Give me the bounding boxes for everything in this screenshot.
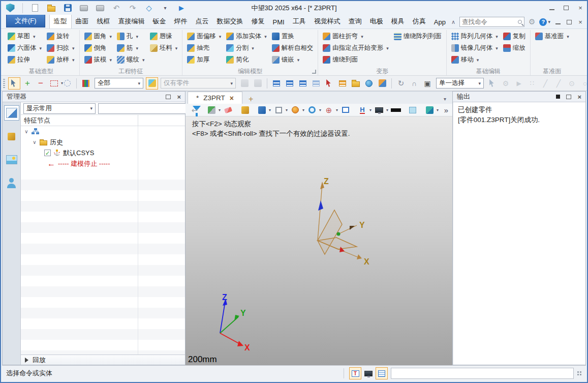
checkbox-checked[interactable]: ✓: [44, 150, 51, 156]
dropdown-arrow-icon[interactable]: ▾: [72, 46, 75, 51]
toolbar-button[interactable]: [310, 77, 322, 90]
dropdown-arrow-icon[interactable]: ▾: [136, 46, 139, 51]
dropdown-arrow-icon[interactable]: ▾: [361, 34, 363, 39]
viewport-tool-button[interactable]: [390, 104, 402, 116]
dropdown-arrow-icon[interactable]: ▾: [136, 34, 139, 39]
toolbar-button[interactable]: +: [21, 77, 34, 90]
viewport-tool-button[interactable]: ▾: [373, 104, 385, 116]
doc-minimize-button[interactable]: [554, 18, 562, 26]
menu-tab[interactable]: 仿真: [409, 14, 430, 28]
ribbon-button[interactable]: 拉伸: [6, 55, 43, 64]
ribbon-button[interactable]: 缩放: [502, 44, 527, 52]
toolbar-button[interactable]: ▾: [48, 77, 60, 90]
menu-tab[interactable]: 点云: [192, 14, 213, 28]
panel-restore-icon[interactable]: [566, 95, 571, 99]
document-tab-z3prt[interactable]: * Z3PRT ×: [188, 92, 242, 104]
ribbon-button[interactable]: 圆柱折弯▾: [321, 32, 390, 41]
ribbon-button[interactable]: 移动▾: [450, 55, 500, 64]
toolbar-button[interactable]: [80, 77, 92, 90]
toolbar-button[interactable]: [336, 77, 349, 90]
qat-button[interactable]: [61, 2, 74, 14]
help-button[interactable]: ?▾: [539, 18, 550, 26]
separator[interactable]: [76, 78, 77, 89]
toolbar-button[interactable]: ↻: [395, 77, 407, 90]
collapse-ribbon-icon[interactable]: ∧: [451, 19, 455, 25]
panel-close-icon[interactable]: ×: [577, 93, 581, 101]
tab-close-icon[interactable]: ×: [230, 94, 234, 102]
ribbon-button[interactable]: 阵列几何体▾: [450, 32, 500, 41]
filter-type-select[interactable]: 全部▾: [95, 78, 143, 89]
panel-pin-icon[interactable]: [556, 95, 560, 99]
qat-button[interactable]: ▶: [175, 2, 188, 14]
separator[interactable]: [22, 3, 23, 13]
ribbon-button[interactable]: 草图▾: [6, 32, 43, 41]
viewport-tool-button[interactable]: ▾: [423, 104, 436, 116]
restore-button[interactable]: [563, 4, 570, 12]
tree-node-modeling-stop[interactable]: ← ----- 建模停止 -----: [21, 158, 185, 169]
manager-strip-button[interactable]: [4, 105, 19, 121]
toolbar-button[interactable]: [323, 77, 335, 90]
ribbon-button[interactable]: 缠绕阵列到面: [392, 32, 443, 41]
dropdown-arrow-icon[interactable]: ▾: [33, 34, 36, 39]
file-menu-button[interactable]: 文件(F): [6, 14, 45, 27]
toolbar-button[interactable]: [350, 77, 362, 90]
toolbar-button[interactable]: [146, 77, 158, 90]
default-csys-graphic[interactable]: Z Y X: [300, 175, 391, 272]
panel-close-icon[interactable]: ×: [177, 93, 181, 101]
toolbar-button[interactable]: [8, 77, 20, 90]
menu-tab[interactable]: 数据交换: [213, 14, 247, 28]
toolbar-button[interactable]: [61, 77, 73, 90]
toolbar-button[interactable]: ╱: [539, 77, 551, 90]
qat-button[interactable]: ▾: [159, 2, 171, 14]
status-input[interactable]: [391, 368, 574, 379]
ribbon-button[interactable]: 螺纹▾: [115, 55, 146, 64]
ribbon-button[interactable]: 筋▾: [115, 44, 146, 52]
ribbon-button[interactable]: 圆角▾: [83, 32, 114, 41]
viewport-tool-button[interactable]: »: [440, 104, 452, 116]
ribbon-button[interactable]: 倒角: [83, 44, 114, 52]
dropdown-arrow-icon[interactable]: ▾: [72, 57, 75, 63]
toolbar-button[interactable]: [270, 77, 283, 90]
doc-restore-button[interactable]: [566, 18, 573, 26]
dialog-launcher-icon[interactable]: [312, 70, 316, 74]
toolbar-button[interactable]: [363, 77, 375, 90]
qat-button[interactable]: [78, 2, 90, 14]
viewport-tool-button[interactable]: ▾: [356, 104, 368, 116]
ribbon-button[interactable]: 简化: [225, 55, 268, 64]
qat-button[interactable]: [45, 2, 57, 14]
menu-tab[interactable]: PMI: [269, 16, 289, 28]
ribbon-button[interactable]: 缠绕到面: [321, 55, 390, 64]
pick-mode-select[interactable]: 单一选择▾: [436, 78, 484, 89]
ribbon-button[interactable]: 基准面▾: [534, 32, 571, 41]
dropdown-arrow-icon[interactable]: ▾: [496, 34, 498, 39]
qat-button[interactable]: ↶: [110, 2, 122, 14]
tree-node-history[interactable]: ∨ 历史: [21, 137, 185, 148]
tree-display-select[interactable]: 显示常用▾: [23, 103, 96, 114]
qat-button[interactable]: [4, 2, 16, 14]
ribbon-button[interactable]: 面偏移▾: [185, 32, 223, 41]
resize-grip[interactable]: [577, 371, 582, 376]
separator[interactable]: [391, 78, 392, 89]
toolbar-button[interactable]: ⚙: [500, 77, 512, 90]
viewport-tool-button[interactable]: ↩: [189, 104, 201, 116]
qat-button[interactable]: [94, 2, 106, 14]
ribbon-button[interactable]: 镶嵌▾: [270, 55, 315, 64]
toolbar-button[interactable]: ∩: [408, 77, 420, 90]
toolbar-button[interactable]: ∷: [526, 77, 538, 90]
ribbon-button[interactable]: 拔模▾: [83, 55, 114, 64]
expander-icon[interactable]: ∨: [24, 129, 29, 134]
tree-node-default-csys[interactable]: ✓ 默认CSYS: [21, 148, 185, 158]
ribbon-button[interactable]: 旋转: [45, 32, 76, 41]
menu-tab[interactable]: 直接编辑: [114, 14, 149, 28]
manager-strip-button[interactable]: [4, 129, 19, 144]
manager-strip-button[interactable]: [4, 175, 19, 191]
viewport-tool-button[interactable]: [222, 104, 234, 116]
separator[interactable]: [267, 78, 267, 89]
dropdown-arrow-icon[interactable]: ▾: [175, 46, 178, 51]
ribbon-button[interactable]: 孔▾: [115, 32, 146, 41]
ribbon-button[interactable]: 镜像几何体▾: [450, 44, 500, 52]
dropdown-arrow-icon[interactable]: ▾: [496, 46, 498, 51]
status-tool-button[interactable]: [376, 367, 388, 379]
dropdown-arrow-icon[interactable]: ▾: [386, 46, 389, 51]
viewport-tool-button[interactable]: ▾: [306, 104, 318, 116]
